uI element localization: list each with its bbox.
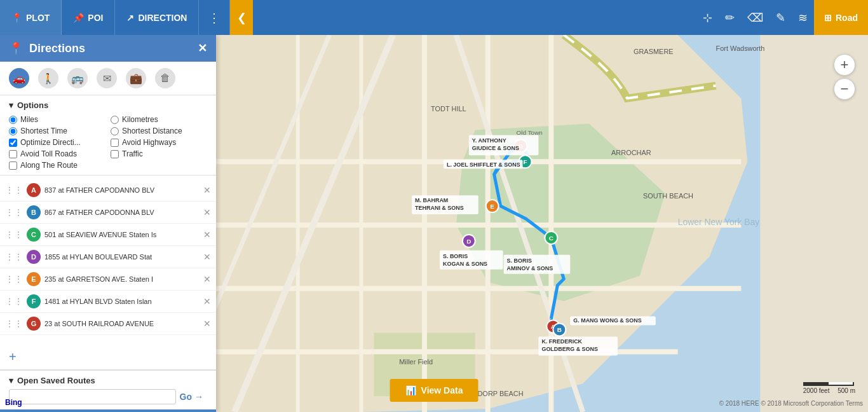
transport-transit-button[interactable]: 🚌	[67, 68, 88, 88]
copyright-text: © 2018 HERE © 2018 Microsoft Corporation…	[719, 400, 863, 407]
waypoint-remove-button[interactable]: ✕	[203, 252, 211, 262]
along-route-checkbox-label[interactable]: Along The Route	[9, 161, 105, 170]
more-options-button[interactable]: ⋮	[199, 0, 230, 35]
scale-bar: 2000 feet 500 m	[803, 382, 855, 394]
svg-point-20	[545, 231, 557, 244]
view-data-button[interactable]: 📊 View Data	[390, 379, 478, 402]
optimize-checkbox-label[interactable]: Optimize Directi...	[9, 138, 105, 147]
eraser-icon[interactable]: ⌫	[741, 0, 770, 35]
svg-rect-33	[444, 160, 523, 168]
waypoint-drag-handle[interactable]: ⋮⋮	[5, 319, 23, 329]
traffic-label: Traffic	[122, 149, 143, 158]
kilometres-radio[interactable]	[111, 116, 119, 124]
waypoint-address: 235 at GARRETSON AVE. Staten I	[44, 275, 200, 283]
waypoint-remove-button[interactable]: ✕	[203, 230, 211, 240]
transport-walk-button[interactable]: 🚶	[38, 68, 58, 88]
saved-routes-toggle-button[interactable]: ▾ Open Saved Routes	[9, 376, 207, 385]
kilometres-radio-label[interactable]: Kilometres	[111, 115, 207, 124]
svg-marker-2	[456, 124, 665, 301]
plot-button[interactable]: 📍 PLOT	[0, 0, 62, 35]
waypoint-row: ⋮⋮ G 23 at SOUTH RAILROAD AVENUE ✕	[0, 313, 216, 335]
waypoint-drag-handle[interactable]: ⋮⋮	[5, 274, 23, 284]
cursor-icon[interactable]: ⊹	[696, 0, 719, 35]
pencil-icon[interactable]: ✏	[719, 0, 741, 35]
direction-label: DIRECTION	[138, 13, 187, 23]
svg-text:G: G	[519, 142, 524, 149]
shortest-time-radio-label[interactable]: Shortest Time	[9, 127, 105, 135]
transport-trash-button[interactable]: 🗑	[155, 68, 175, 88]
avoid-toll-checkbox[interactable]	[9, 150, 17, 158]
go-button[interactable]: Go →	[176, 389, 207, 404]
miles-radio[interactable]	[9, 116, 17, 124]
plot-icon: 📍	[11, 13, 22, 23]
svg-text:Y. ANTHONY: Y. ANTHONY	[472, 137, 506, 144]
along-route-checkbox[interactable]	[9, 161, 17, 170]
transport-mail-button[interactable]: ✉	[97, 68, 117, 88]
waypoints-section: ⋮⋮ A 837 at FATHER CAPODANNO BLV ✕ ⋮⋮ B …	[0, 175, 216, 345]
options-label: Options	[17, 100, 48, 110]
miles-radio-label[interactable]: Miles	[9, 115, 105, 124]
svg-text:M. BAHRAM: M. BAHRAM	[415, 197, 448, 203]
waypoint-drag-handle[interactable]: ⋮⋮	[5, 207, 23, 217]
waypoint-address: 1481 at HYLAN BLVD Staten Islan	[44, 298, 200, 305]
svg-text:SOUTH BEACH: SOUTH BEACH	[643, 192, 693, 200]
options-section: ▾ Options Miles Kilometres Shortest Time…	[0, 95, 216, 175]
waypoint-remove-button[interactable]: ✕	[203, 274, 211, 284]
transport-car-button[interactable]: 🚗	[9, 68, 29, 88]
sidebar: 📍 Directions ✕ 🚗 🚶 🚌 ✉ 💼 🗑 ▾ Options Mil…	[0, 35, 216, 412]
saved-routes-label: Open Saved Routes	[17, 376, 95, 385]
zoom-in-button[interactable]: +	[834, 54, 855, 76]
poi-icon: 📌	[73, 13, 84, 23]
transport-row: 🚗 🚶 🚌 ✉ 💼 🗑	[0, 62, 216, 95]
waypoint-remove-button[interactable]: ✕	[203, 319, 211, 329]
svg-text:G. MANG WONG & SONS: G. MANG WONG & SONS	[573, 317, 641, 324]
svg-text:F: F	[523, 158, 527, 165]
svg-text:C: C	[549, 235, 553, 242]
direction-button[interactable]: ↗ DIRECTION	[115, 0, 199, 35]
avoid-highways-checkbox[interactable]	[111, 139, 119, 147]
saved-routes-section: ▾ Open Saved Routes Go →	[0, 370, 216, 409]
traffic-checkbox-label[interactable]: Traffic	[111, 149, 207, 158]
waypoint-drag-handle[interactable]: ⋮⋮	[5, 296, 23, 306]
waypoint-row: ⋮⋮ A 837 at FATHER CAPODANNO BLV ✕	[0, 179, 216, 202]
waypoint-remove-button[interactable]: ✕	[203, 185, 211, 195]
collapse-button[interactable]: ❮	[230, 0, 253, 35]
go-label: Go	[180, 392, 192, 402]
poi-button[interactable]: 📌 POI	[62, 0, 115, 35]
waypoint-remove-button[interactable]: ✕	[203, 296, 211, 306]
transport-briefcase-button[interactable]: 💼	[126, 68, 146, 88]
waypoint-row: ⋮⋮ B 867 at FATHER CAPODONNA BLV ✕	[0, 202, 216, 224]
svg-text:K. FREDERICK: K. FREDERICK	[541, 338, 582, 345]
edit-icon[interactable]: ✎	[770, 0, 792, 35]
svg-text:L. JOEL SHIFFLET & SONS: L. JOEL SHIFFLET & SONS	[447, 161, 520, 168]
options-toggle-button[interactable]: ▾ Options	[9, 100, 207, 110]
along-route-label: Along The Route	[20, 161, 78, 170]
svg-text:KOGAN & SONS: KOGAN & SONS	[443, 261, 487, 267]
shortest-distance-radio[interactable]	[111, 127, 119, 135]
waypoint-badge: B	[27, 205, 41, 219]
zoom-out-button[interactable]: −	[834, 78, 855, 100]
svg-text:AMINOV & SONS: AMINOV & SONS	[507, 265, 553, 271]
avoid-toll-checkbox-label[interactable]: Avoid Toll Roads	[9, 149, 105, 158]
collapse-icon: ❮	[237, 11, 247, 25]
avoid-highways-checkbox-label[interactable]: Avoid Highways	[111, 138, 207, 147]
waypoint-drag-handle[interactable]: ⋮⋮	[5, 230, 23, 240]
svg-text:S. BORIS: S. BORIS	[443, 253, 468, 259]
waypoint-remove-button[interactable]: ✕	[203, 207, 211, 217]
sidebar-title: Directions	[29, 42, 85, 55]
optimize-checkbox[interactable]	[9, 139, 17, 147]
zoom-controls: + −	[834, 54, 855, 100]
road-view-button[interactable]: ⊞ Road	[814, 0, 868, 35]
sidebar-close-button[interactable]: ✕	[198, 41, 207, 55]
layers-icon[interactable]: ≋	[792, 0, 814, 35]
view-data-icon: 📊	[405, 385, 416, 395]
go-arrow-icon: →	[194, 392, 203, 402]
shortest-distance-radio-label[interactable]: Shortest Distance	[111, 127, 207, 135]
saved-routes-input[interactable]	[9, 389, 176, 404]
shortest-time-label: Shortest Time	[20, 127, 67, 135]
shortest-time-radio[interactable]	[9, 127, 17, 135]
add-waypoint-button[interactable]: +	[0, 345, 216, 370]
traffic-checkbox[interactable]	[111, 150, 119, 158]
waypoint-drag-handle[interactable]: ⋮⋮	[5, 185, 23, 195]
waypoint-drag-handle[interactable]: ⋮⋮	[5, 252, 23, 262]
